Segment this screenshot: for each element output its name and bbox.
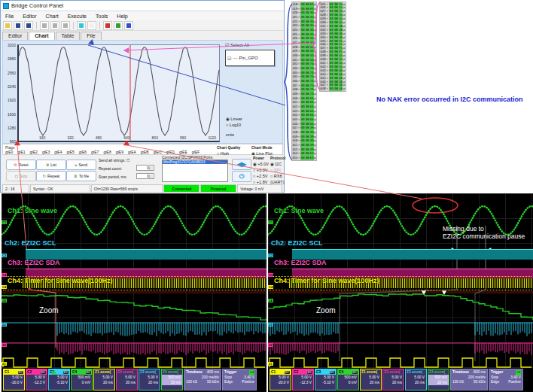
chart-green-icon[interactable] xyxy=(114,21,123,30)
window-titlebar[interactable]: Bridge Control Panel xyxy=(1,1,284,11)
trigger-box[interactable]: TriggerC4 Stop3.40 V EdgePositive xyxy=(489,369,523,390)
flag-gtE3: gtE3 xyxy=(42,150,50,154)
repeat-count-input[interactable]: 0 xyxy=(136,165,154,171)
channel-label-2: Ch2: EZI2C SCL xyxy=(5,239,56,247)
send-all-label: Send all strings: ☐ xyxy=(99,158,129,163)
tab-strip[interactable]: EditorChartTableFile xyxy=(2,32,102,40)
menu-item-chart[interactable]: Chart xyxy=(41,14,63,19)
menu-item-file[interactable]: File xyxy=(1,14,18,19)
timebase-box[interactable]: Timebase-800 ms 200 ms/div 100 kS50 kS/s xyxy=(450,369,488,390)
paste-icon[interactable] xyxy=(61,21,70,30)
edge-tag-Z2: Z2 xyxy=(268,343,273,347)
channel-box-c1[interactable]: C1DC5.00 V-20.0 V xyxy=(270,369,291,390)
scale-radio-group[interactable]: ◉ Linear○ Log10 xyxy=(226,116,242,128)
power-voltage-group[interactable]: Power◉ +5.0V○ +3.3V○ +2.5V○ +1.8V xyxy=(253,155,269,185)
edge-tag-Z1: Z1 xyxy=(2,362,7,366)
stop-button[interactable]: ◻Stop xyxy=(6,171,36,181)
radio-linear[interactable]: ◉ Linear xyxy=(226,116,242,122)
radio-spi[interactable]: ○ SPI xyxy=(270,167,285,173)
channel-box-z4[interactable]: Z4 zoom(500 mV20 ms xyxy=(428,369,449,390)
cut-icon[interactable] xyxy=(40,21,49,30)
edge-tag-Z4: Z4 xyxy=(268,299,273,302)
channel-box-z3[interactable]: Z3 zoom(5.00 V20 ms xyxy=(405,369,427,390)
save-icon[interactable] xyxy=(14,21,23,30)
repeat-button[interactable]: ↻Repeat xyxy=(36,171,66,181)
repeat-count-label: Repeat count: xyxy=(99,166,122,171)
open-icon[interactable] xyxy=(3,21,12,30)
channel-box-c2[interactable]: C2DC5.00 V-12.3 V xyxy=(292,369,314,390)
flag-gtE5: gtE5 xyxy=(66,150,74,154)
ports-listbox[interactable]: MiniProg3/1737/CA00B033 xyxy=(162,160,228,182)
scan-period-label: Scan period, ms: xyxy=(99,175,127,179)
tab-table[interactable]: Table xyxy=(56,32,81,40)
trigger-box[interactable]: TriggerC4 Stop3.40 V EdgePositive xyxy=(222,369,257,390)
tab-file[interactable]: File xyxy=(81,32,101,40)
list-button[interactable]: ≣List xyxy=(36,160,66,170)
edge-tag-Z3: Z3 xyxy=(2,323,7,327)
i2c-log-panel-left[interactable]: 418r000BE3p419r000BE3p420r000B3Dp421r000… xyxy=(291,2,317,161)
flags-list: gtE0gtE1gtE2gtE3gtE4gtE5gtE6gtE7gtE8gtE9… xyxy=(5,150,199,154)
saveall-icon[interactable] xyxy=(24,21,33,30)
chart-blue-icon[interactable] xyxy=(124,21,133,30)
diamond-icon[interactable] xyxy=(77,21,86,30)
select-all-checkbox[interactable]: ☑ Select All xyxy=(225,42,249,47)
copy-icon[interactable] xyxy=(50,21,59,30)
tab-chart[interactable]: Chart xyxy=(29,32,54,40)
radio-log10[interactable]: ○ Log10 xyxy=(226,122,242,128)
menu-item-editor[interactable]: Editor xyxy=(18,14,41,19)
oscilloscope-left: Ch1: Sine waveCh2: EZI2C SCLCh3: EZI2C S… xyxy=(2,193,266,392)
radio-rx8uart[interactable]: ○ RX8 (UART) xyxy=(270,173,285,185)
menu-item-help[interactable]: Help xyxy=(112,14,132,19)
send-button[interactable]: ▸Send xyxy=(66,160,96,170)
window-title: Bridge Control Panel xyxy=(11,2,63,9)
status-cell-4: Powered xyxy=(200,184,236,193)
i2c-log-panel-right[interactable]: 625r000B54p626r000B54p627r000B54p628r000… xyxy=(319,2,346,92)
reset-button[interactable]: ⟲Reset xyxy=(6,160,36,170)
pause-icon[interactable] xyxy=(87,21,96,30)
channel-box-z1[interactable]: Z1 zoom(5.00 V20 ms xyxy=(360,369,382,390)
channel-box-c3[interactable]: C3DC5.00 V-5.10 V xyxy=(315,369,337,390)
to-file-button[interactable]: 🗎To file xyxy=(66,171,96,181)
menu-item-execute[interactable]: Execute xyxy=(63,14,91,19)
timebase-box[interactable]: Timebase-800 ms 200 ms/div 100 kS50 kS/s xyxy=(184,369,221,390)
axis-unit-label: cnts xyxy=(226,132,234,137)
edge-tag-C4: C4 xyxy=(2,285,7,289)
power-toggle-button[interactable]: ⏻ xyxy=(232,171,251,182)
flag-gtEC: gtEC xyxy=(154,150,162,154)
channel-box-c3[interactable]: C3DC5.00 V-5.10 V xyxy=(48,369,70,390)
channel-box-z2[interactable]: Z2 zoom(5.00 V20 ms xyxy=(382,369,404,390)
channel-box-z1[interactable]: Z1 zoom(5.00 V20 ms xyxy=(93,369,115,390)
radio-i2c[interactable]: ◉ I2C xyxy=(270,161,285,167)
channel-label-3: Ch3: EZI2C SDA xyxy=(274,259,327,266)
flag-gtEF: gtEF xyxy=(192,150,200,154)
menu-item-tools[interactable]: Tools xyxy=(91,14,112,19)
channel-box-c2[interactable]: C2DC5.00 V-12.3 V xyxy=(26,369,47,390)
flag-gtEB: gtEB xyxy=(141,150,149,154)
descriptor-bar: C1DC5.00 V-20.0 VC2DC5.00 V-12.3 VC3DC5.… xyxy=(2,369,266,392)
chart-red-icon[interactable] xyxy=(103,21,112,30)
channel-box-c4[interactable]: C4DC500 mV0 mV xyxy=(71,369,93,390)
protocol-group[interactable]: Protocol◉ I2C○ SPI○ RX8 (UART) xyxy=(270,155,285,185)
radio-33v[interactable]: ○ +3.3V xyxy=(253,167,269,173)
flag-gtE6: gtE6 xyxy=(79,150,87,154)
channel-box-z3[interactable]: Z3 zoom(5.00 V20 ms xyxy=(139,369,160,390)
radio-50v[interactable]: ◉ +5.0V xyxy=(253,161,269,167)
channel-box-z2[interactable]: Z2 zoom(5.00 V20 ms xyxy=(116,369,138,390)
flag-gtE1: gtE1 xyxy=(17,150,25,154)
radio-25v[interactable]: ○ +2.5V xyxy=(253,173,269,179)
toolbar[interactable] xyxy=(1,20,284,31)
channel-box-c4[interactable]: C4DC500 mV0 mV xyxy=(337,369,359,390)
flag-gtED: gtED xyxy=(166,150,175,154)
port-item-selected[interactable]: MiniProg3/1737/CA00B033 xyxy=(163,160,227,164)
channel-box-c1[interactable]: C1DC5.00 V-20.0 V xyxy=(3,369,25,390)
channel-box-z4[interactable]: Z4 zoom(500 mV20 ms xyxy=(161,369,183,390)
edge-tag-C1: C1 xyxy=(268,220,273,224)
tab-editor[interactable]: Editor xyxy=(2,32,28,40)
edge-tag-C2: C2 xyxy=(2,254,7,257)
legend-box[interactable]: ☑ — Pin_GPO xyxy=(225,50,275,66)
flags-row: Flags gtE0gtE1gtE2gtE3gtE4gtE5gtE6gtE7gt… xyxy=(2,144,283,155)
status-cell-3: Connected xyxy=(163,184,199,193)
nak-annotation-text: No NAK error occurred in I2C communicati… xyxy=(376,96,531,103)
connect-toggle-button[interactable]: ◀▶ xyxy=(232,159,251,170)
scan-period-input[interactable]: 0 xyxy=(136,173,154,179)
